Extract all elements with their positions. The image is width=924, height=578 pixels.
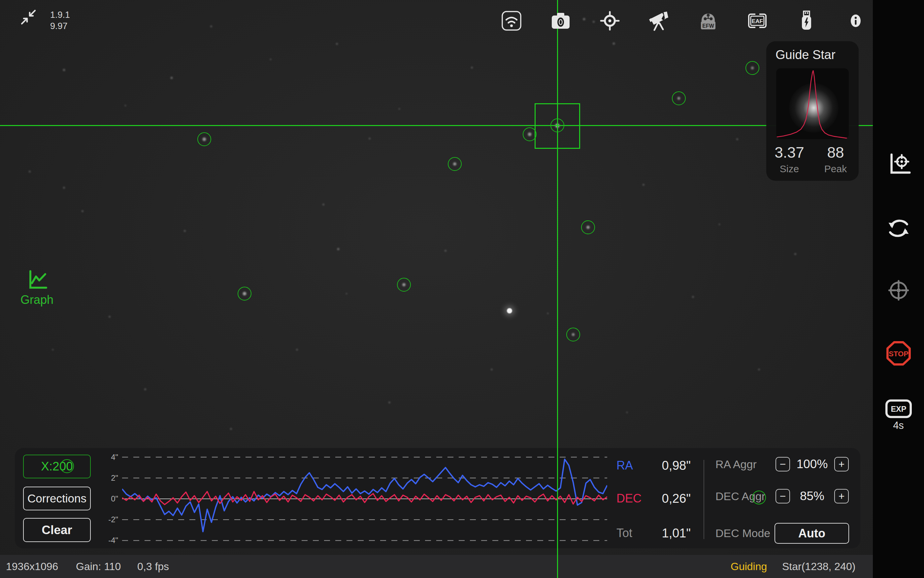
- focuser-button[interactable]: EAF: [745, 8, 769, 33]
- wifi-button[interactable]: [500, 8, 523, 33]
- y-axis-tick-label: -2": [88, 515, 118, 524]
- exposure-button[interactable]: EXP: [885, 399, 913, 419]
- star: [692, 296, 694, 298]
- info-button[interactable]: [844, 8, 867, 33]
- telescope-icon: [648, 10, 669, 31]
- star: [63, 187, 65, 189]
- guide-star-panel: Guide Star 3.37 Size 88 Peak: [766, 41, 859, 181]
- star: [613, 42, 615, 45]
- star: [445, 250, 447, 252]
- center-target-button[interactable]: [886, 278, 911, 303]
- eaf-label: EAF: [752, 18, 763, 24]
- annotate-button[interactable]: [886, 151, 911, 177]
- fps-text: 0,3 fps: [137, 555, 169, 578]
- ra-label: RA: [616, 459, 633, 472]
- corrections-button[interactable]: Corrections: [23, 487, 91, 510]
- exp-label: EXP: [891, 405, 906, 413]
- star: [547, 313, 549, 314]
- star: [369, 138, 370, 140]
- eaf-icon: EAF: [747, 10, 768, 31]
- exposure-time: 4s: [893, 420, 904, 432]
- guiding-panel: X:200 Corrections Clear 4"2"0"-2"-4" RA …: [15, 448, 860, 548]
- version-text: 1.9.1 9.97: [50, 9, 70, 32]
- dec-aggr-label: DEC Aggr: [715, 489, 765, 503]
- star: [210, 25, 212, 28]
- top-toolbar: EFW EAF: [500, 8, 867, 33]
- plus-icon: +: [838, 458, 845, 471]
- total-label: Tot: [616, 526, 632, 540]
- camera-button[interactable]: [549, 8, 573, 33]
- star: [719, 224, 720, 225]
- graph-toggle-button[interactable]: Graph: [16, 269, 57, 307]
- info-icon: [845, 10, 866, 31]
- status-bar: 1936x1096 Gain: 110 0,3 fps Guiding Star…: [0, 555, 873, 578]
- right-sidebar: STOP EXP 4s: [873, 0, 924, 578]
- y-axis-tick-label: 4": [88, 453, 118, 462]
- filter-wheel-button[interactable]: EFW: [696, 8, 720, 33]
- ra-error-row: RA 0,98": [616, 458, 691, 473]
- guide-star-size: 3.37 Size: [766, 143, 812, 175]
- app-version-line2: 9.97: [50, 21, 70, 32]
- stop-label: STOP: [889, 350, 908, 358]
- ra-aggr-decrease-button[interactable]: −: [776, 457, 790, 471]
- star: [677, 97, 680, 100]
- exp-icon: EXP: [885, 399, 913, 419]
- star: [63, 69, 65, 71]
- guiding-state-text: Guiding: [731, 555, 767, 578]
- version-info: 1.9.1 9.97: [21, 9, 70, 32]
- dec-aggr-decrease-button[interactable]: −: [776, 489, 790, 503]
- star: [507, 308, 512, 313]
- gain-text: Gain: 110: [76, 555, 121, 578]
- graph-zoom-button[interactable]: X:200: [23, 455, 91, 478]
- graph-icon: [26, 269, 47, 290]
- guiding-error-chart: [122, 454, 607, 544]
- star: [243, 292, 247, 295]
- star: [528, 133, 532, 136]
- ra-aggr-value: 100%: [790, 457, 834, 471]
- plus-icon: +: [838, 490, 845, 502]
- star: [109, 316, 110, 318]
- star: [125, 105, 127, 107]
- star: [203, 138, 206, 141]
- guide-scope-button[interactable]: [598, 8, 622, 33]
- star: [399, 108, 400, 110]
- star: [270, 59, 271, 60]
- collapse-icon[interactable]: [21, 9, 36, 25]
- star: [736, 138, 738, 140]
- dec-value: 0,26": [662, 492, 691, 506]
- guide-star-peak: 88 Peak: [812, 143, 859, 175]
- dec-aggr-value: 85%: [790, 489, 834, 503]
- camera-icon: [550, 10, 571, 31]
- star: [491, 369, 493, 370]
- minus-icon: −: [780, 458, 786, 471]
- star: [643, 184, 645, 186]
- crosshair-vertical-line: [557, 0, 558, 578]
- usb-power-button[interactable]: [795, 8, 818, 33]
- star: [626, 412, 628, 413]
- total-value: 1,01": [662, 526, 691, 541]
- stop-button[interactable]: STOP: [884, 339, 913, 367]
- star: [572, 333, 575, 336]
- telescope-button[interactable]: [647, 8, 671, 33]
- clear-button[interactable]: Clear: [23, 518, 91, 542]
- star: [453, 162, 456, 166]
- star: [171, 77, 173, 79]
- stop-icon: STOP: [884, 339, 913, 367]
- y-axis-tick-label: 0": [88, 494, 118, 503]
- star-profile-curve: [776, 68, 849, 139]
- resolution-text: 1936x1096: [6, 555, 58, 578]
- dec-aggr-increase-button[interactable]: +: [834, 489, 849, 503]
- efw-icon: EFW: [698, 10, 719, 31]
- size-label: Size: [766, 163, 812, 175]
- graph-toggle-label: Graph: [16, 293, 57, 307]
- loop-button[interactable]: [886, 216, 911, 241]
- dec-label: DEC: [616, 492, 641, 505]
- ra-aggr-increase-button[interactable]: +: [834, 457, 849, 471]
- total-error-row: Tot 1,01": [616, 525, 691, 541]
- star: [52, 349, 54, 351]
- ra-aggr-label: RA Aggr: [715, 457, 757, 471]
- star: [337, 248, 339, 250]
- dec-mode-button[interactable]: Auto: [775, 523, 849, 544]
- star: [388, 401, 390, 403]
- star: [29, 170, 31, 172]
